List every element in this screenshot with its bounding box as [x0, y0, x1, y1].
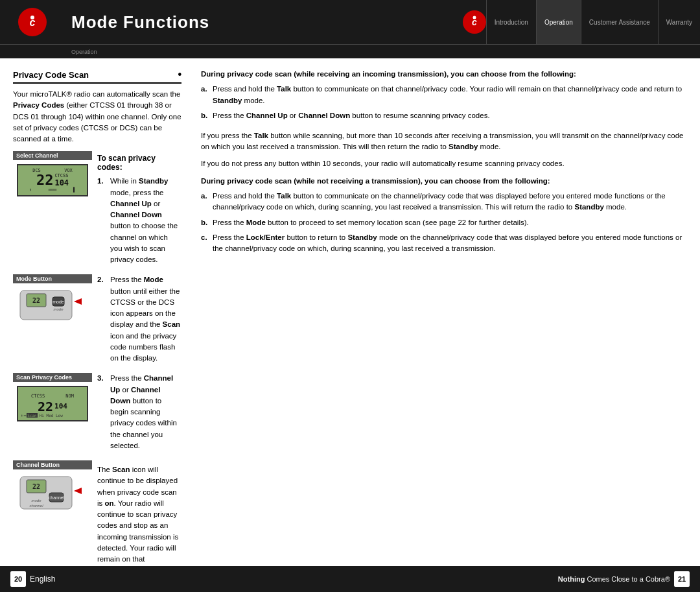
- right-column: During privacy code scan (while receivin…: [201, 69, 687, 560]
- card-img-channel: 22 channel mode channel: [13, 469, 92, 516]
- page-num-right: 21: [674, 571, 690, 587]
- nav-introduction[interactable]: Introduction: [486, 0, 536, 44]
- svg-text:22: 22: [32, 483, 40, 490]
- mode-button-svg: 22 mode mode: [17, 287, 88, 323]
- svg-text:mode: mode: [53, 307, 64, 311]
- step-3-text: 3. Press the Channel Up or Channel Down …: [97, 373, 181, 456]
- scan-code-num: 104: [54, 402, 67, 410]
- scan-display: CTCSSNOM 22 104 ⬆ ═ Scan Hi Med Low: [17, 386, 88, 421]
- section-title-receiving: During privacy code scan (while receivin…: [201, 69, 687, 80]
- section-title-not-receiving: During privacy code scan (while not rece…: [201, 176, 687, 187]
- step-1: 1. While in Standby mode, press the Chan…: [97, 176, 181, 265]
- lcd-code-num: 104: [54, 178, 69, 187]
- svg-text:mode: mode: [52, 300, 64, 304]
- lcd-bottom-icons: ⬆═══▌: [18, 187, 87, 193]
- sub-nav-bar: Operation: [0, 44, 700, 58]
- nav-warranty[interactable]: Warranty: [658, 0, 700, 44]
- intro-paragraph: Your microTALK® radio can automatically …: [13, 89, 181, 145]
- scan-top-row: CTCSSNOM: [18, 394, 87, 399]
- lcd-ctcss-label: CTCSS: [54, 173, 68, 178]
- svg-marker-12: [74, 298, 82, 305]
- footer-language: English: [30, 574, 55, 584]
- step-2-text: 2. Press the Mode button until either th…: [97, 274, 181, 369]
- list-item-b1: b. Press the Channel Up or Channel Down …: [201, 110, 687, 121]
- steps-text-area: To scan privacy codes: 1. While in Stand…: [97, 151, 181, 270]
- list-item-c2: c. Press the Lock/Enter button to return…: [201, 232, 687, 255]
- header-nav: c Introduction Operation Customer Assist…: [463, 0, 700, 44]
- device-card-mode: Mode Button 22 mode mode: [13, 274, 92, 369]
- right-section-2: During privacy code scan (while not rece…: [201, 176, 687, 255]
- step-3: 3. Press the Channel Up or Channel Down …: [97, 373, 181, 451]
- device-row-3: Scan Privacy Codes CTCSSNOM 22 104 ⬆: [13, 373, 181, 456]
- operation-label-left: Operation: [0, 49, 97, 55]
- header: c Mode Functions c Introduction Operatio…: [0, 0, 700, 44]
- page-num-left: 20: [10, 571, 26, 587]
- svg-text:channel: channel: [49, 495, 65, 500]
- right-section-1: During privacy code scan (while receivin…: [201, 69, 687, 121]
- cobra-logo-left: c: [18, 8, 47, 36]
- footer: 20 English Nothing Comes Close to a Cobr…: [0, 566, 700, 592]
- card-label-channel: Channel Button: [13, 460, 92, 469]
- device-row-2: Mode Button 22 mode mode: [13, 274, 181, 369]
- footer-left: 20 English: [10, 571, 55, 587]
- main-content: Privacy Code Scan • Your microTALK® radi…: [0, 58, 700, 566]
- steps-header: To scan privacy codes:: [97, 154, 181, 172]
- svg-text:channel: channel: [29, 504, 43, 508]
- section-bullet: •: [178, 69, 181, 80]
- para-2: If you do not press any button within 10…: [201, 158, 687, 169]
- list-item-b2: b. Press the Mode button to proceed to s…: [201, 217, 687, 228]
- channel-button-svg: 22 channel mode channel: [17, 473, 88, 512]
- nav-customer-assistance[interactable]: Customer Assistance: [581, 0, 658, 44]
- card-label-scan: Scan Privacy Codes: [13, 373, 92, 382]
- svg-point-5: [472, 16, 476, 19]
- list-item-a1: a. Press and hold the Talk button to com…: [201, 84, 687, 106]
- section-title-privacy: Privacy Code Scan •: [13, 69, 181, 84]
- card-img-mode: 22 mode mode: [13, 283, 92, 327]
- svg-text:mode: mode: [31, 499, 41, 503]
- svg-point-2: [30, 16, 34, 19]
- device-card-select-channel: Select Channel DCSVOX 22 CTCSS 104: [13, 151, 92, 270]
- scan-channel-num: 22: [38, 399, 53, 414]
- card-img-select: DCSVOX 22 CTCSS 104 ⬆═══▌: [13, 160, 92, 200]
- card-label-mode: Mode Button: [13, 274, 92, 283]
- card-img-scan: CTCSSNOM 22 104 ⬆ ═ Scan Hi Med Low: [13, 382, 92, 425]
- footer-right: Nothing Comes Close to a Cobra® 21: [558, 571, 690, 587]
- logo-left: c: [0, 0, 65, 44]
- scan-icon-label: Scan: [27, 413, 37, 418]
- list-item-a2: a. Press and hold the Talk button to com…: [201, 191, 687, 213]
- card-label-select: Select Channel: [13, 151, 92, 160]
- footer-tagline: Nothing Comes Close to a Cobra®: [558, 575, 670, 583]
- page-title: Mode Functions: [65, 12, 463, 32]
- lcd-channel-num: 22: [36, 173, 54, 187]
- left-column: Privacy Code Scan • Your microTALK® radi…: [13, 69, 181, 560]
- svg-marker-20: [74, 488, 82, 494]
- scan-bottom-bar: ⬆ ═ Scan Hi Med Low: [21, 413, 84, 418]
- device-row-1: Select Channel DCSVOX 22 CTCSS 104: [13, 151, 181, 270]
- device-card-scan: Scan Privacy Codes CTCSSNOM 22 104 ⬆: [13, 373, 92, 456]
- cobra-logo-right: c: [463, 10, 486, 34]
- svg-text:22: 22: [32, 297, 40, 304]
- lcd-select: DCSVOX 22 CTCSS 104 ⬆═══▌: [17, 164, 88, 196]
- para-1: If you press the Talk button while scann…: [201, 130, 687, 153]
- step-2: 2. Press the Mode button until either th…: [97, 274, 181, 364]
- nav-operation[interactable]: Operation: [536, 0, 581, 44]
